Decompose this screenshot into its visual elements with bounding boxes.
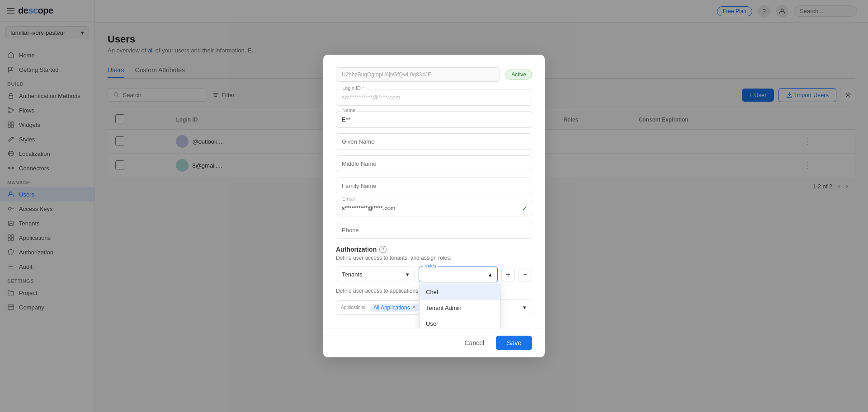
roles-option-tenant-admin[interactable]: Tenant Admin	[420, 300, 500, 316]
authorization-subtitle: Define user access to tenants, and assig…	[336, 255, 532, 261]
given-name-input[interactable]	[336, 133, 532, 150]
family-name-input[interactable]	[336, 178, 532, 194]
login-id-input[interactable]	[336, 89, 532, 106]
roles-chevron-icon: ▴	[489, 271, 492, 278]
email-label: Email	[340, 196, 357, 201]
modal-top-row: U2hbzBuqOgmpU6jbGfQwL0q834JF Active	[336, 67, 532, 82]
login-id-field-group: Login ID *	[336, 89, 532, 106]
modal-overlay: U2hbzBuqOgmpU6jbGfQwL0q834JF Active Logi…	[0, 0, 868, 412]
login-id-label: Login ID *	[340, 85, 366, 91]
cancel-button[interactable]: Cancel	[457, 336, 491, 350]
roles-option-user[interactable]: User	[420, 316, 500, 328]
authorization-section-title: Authorization ?	[336, 246, 532, 253]
auth-row: Tenants ▾ Roles ▴ Chef Tenant Admin User	[336, 267, 532, 282]
status-active-badge: Active	[505, 70, 532, 80]
email-verified-icon: ✓	[522, 204, 528, 212]
save-button[interactable]: Save	[496, 336, 532, 350]
roles-label: Roles	[423, 263, 438, 268]
remove-role-button[interactable]: −	[519, 268, 532, 281]
email-field-group: Email ✓	[336, 200, 532, 216]
authorization-help-icon[interactable]: ?	[379, 246, 387, 253]
name-field-group: Name	[336, 111, 532, 128]
tenants-chevron-icon: ▾	[406, 271, 409, 278]
applications-label: Applications	[341, 305, 365, 310]
all-applications-chip: All Applications ✕	[370, 304, 420, 312]
email-input[interactable]	[336, 200, 532, 216]
chip-remove-icon[interactable]: ✕	[412, 304, 416, 310]
roles-dropdown: Chef Tenant Admin User	[419, 284, 500, 328]
family-name-field-group	[336, 178, 532, 194]
given-name-field-group	[336, 133, 532, 150]
roles-option-chef[interactable]: Chef	[420, 284, 500, 300]
middle-name-field-group	[336, 155, 532, 172]
roles-app-chevron-icon: ▾	[523, 304, 526, 311]
middle-name-input[interactable]	[336, 155, 532, 172]
name-input[interactable]	[336, 111, 532, 128]
roles-select-wrapper[interactable]: Roles ▴ Chef Tenant Admin User	[419, 267, 498, 282]
name-label: Name	[340, 108, 357, 113]
edit-user-modal: U2hbzBuqOgmpU6jbGfQwL0q834JF Active Logi…	[323, 55, 545, 357]
modal-scroll-area: U2hbzBuqOgmpU6jbGfQwL0q834JF Active Logi…	[323, 55, 545, 328]
phone-input[interactable]	[336, 222, 532, 239]
add-role-button[interactable]: +	[501, 268, 515, 281]
user-id-field: U2hbzBuqOgmpU6jbGfQwL0q834JF	[336, 67, 500, 82]
tenants-select[interactable]: Tenants ▾	[336, 267, 415, 282]
modal-footer: Cancel Save	[323, 328, 545, 357]
tenants-label: Tenants	[342, 271, 363, 278]
phone-field-group	[336, 222, 532, 239]
